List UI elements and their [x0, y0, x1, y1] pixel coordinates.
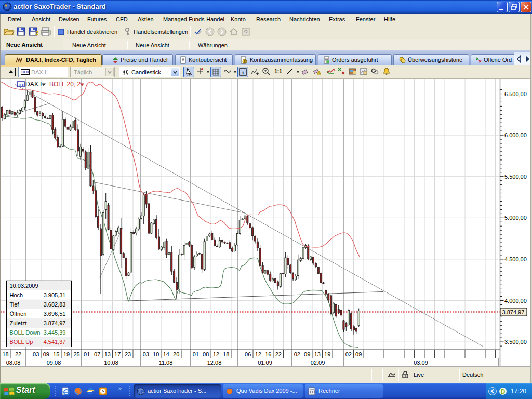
svg-text:03: 03: [33, 351, 39, 357]
svg-text:2: 2: [36, 30, 38, 36]
svg-text:Öffnen: Öffnen: [10, 311, 27, 317]
svg-text:02: 02: [294, 351, 300, 357]
svg-text:11.08: 11.08: [159, 360, 173, 366]
svg-text:3.696,51: 3.696,51: [44, 311, 66, 317]
svg-text:3.874,97: 3.874,97: [44, 320, 66, 326]
svg-text:6.000,00: 6.000,00: [504, 132, 527, 138]
svg-text:01.09: 01.09: [258, 360, 272, 366]
svg-text:13: 13: [314, 351, 321, 357]
svg-text:Zuletzt: Zuletzt: [10, 320, 27, 326]
svg-text:5.000,00: 5.000,00: [504, 215, 527, 221]
svg-text:06: 06: [245, 351, 251, 357]
svg-text:13: 13: [104, 351, 111, 357]
svg-text:25: 25: [73, 351, 79, 357]
svg-text:12: 12: [255, 351, 261, 357]
svg-text:01: 01: [84, 351, 90, 357]
svg-text:18: 18: [2, 351, 8, 357]
svg-text:3.682,83: 3.682,83: [44, 301, 66, 308]
svg-text:22: 22: [275, 351, 282, 357]
svg-text:4.541,37: 4.541,37: [44, 339, 66, 345]
svg-text:02.09: 02.09: [311, 360, 325, 366]
svg-text:!: !: [318, 71, 320, 75]
svg-text:BOLL Up: BOLL Up: [10, 339, 33, 345]
svg-text:19: 19: [63, 351, 70, 357]
svg-text:Hoch: Hoch: [10, 292, 23, 298]
svg-text:Tief: Tief: [10, 301, 20, 308]
svg-text:17: 17: [114, 351, 121, 357]
svg-text:3.874,97: 3.874,97: [502, 309, 525, 315]
svg-text:16: 16: [265, 351, 271, 357]
svg-text:09: 09: [43, 351, 49, 357]
svg-text:10.08: 10.08: [104, 360, 118, 366]
svg-text:CFD: CFD: [17, 83, 25, 87]
svg-text:15: 15: [53, 351, 59, 357]
svg-text:09.08: 09.08: [47, 360, 61, 366]
svg-text:12: 12: [213, 351, 219, 357]
svg-text:i: i: [242, 69, 244, 75]
svg-text:BOLL Down: BOLL Down: [10, 329, 41, 336]
svg-text:D: D: [501, 388, 506, 395]
svg-text:6.500,00: 6.500,00: [504, 91, 527, 97]
svg-text:22: 22: [15, 351, 21, 357]
svg-text:09: 09: [304, 351, 310, 357]
svg-text:03.09: 03.09: [414, 360, 428, 366]
svg-text:3.905,31: 3.905,31: [44, 292, 66, 298]
svg-text:03: 03: [143, 351, 149, 357]
svg-text:20: 20: [173, 351, 179, 357]
svg-text:4.500,00: 4.500,00: [504, 256, 527, 262]
svg-text:07: 07: [94, 351, 100, 357]
svg-text:$: $: [244, 59, 246, 64]
svg-text:19: 19: [324, 351, 330, 357]
svg-text:10: 10: [153, 351, 159, 357]
svg-text:DAX.I: DAX.I: [25, 81, 42, 88]
svg-text:08: 08: [203, 351, 209, 357]
svg-text:10.03.2009: 10.03.2009: [10, 283, 38, 289]
svg-text:09: 09: [355, 351, 362, 357]
svg-text:3.445,39: 3.445,39: [44, 329, 66, 336]
svg-text:1:1: 1:1: [274, 69, 282, 74]
svg-text:3.500,00: 3.500,00: [504, 339, 527, 345]
svg-text:18: 18: [223, 351, 229, 357]
svg-text:BOLL 20; 2: BOLL 20; 2: [49, 81, 81, 88]
svg-text:4.000,00: 4.000,00: [504, 298, 527, 304]
svg-text:02: 02: [345, 351, 352, 357]
svg-text:14: 14: [163, 351, 169, 357]
svg-text:23: 23: [125, 351, 131, 357]
svg-text:12.08: 12.08: [207, 360, 222, 366]
svg-text:5.500,00: 5.500,00: [504, 174, 527, 180]
svg-text:08.08: 08.08: [6, 360, 21, 366]
svg-text:01: 01: [193, 351, 199, 357]
